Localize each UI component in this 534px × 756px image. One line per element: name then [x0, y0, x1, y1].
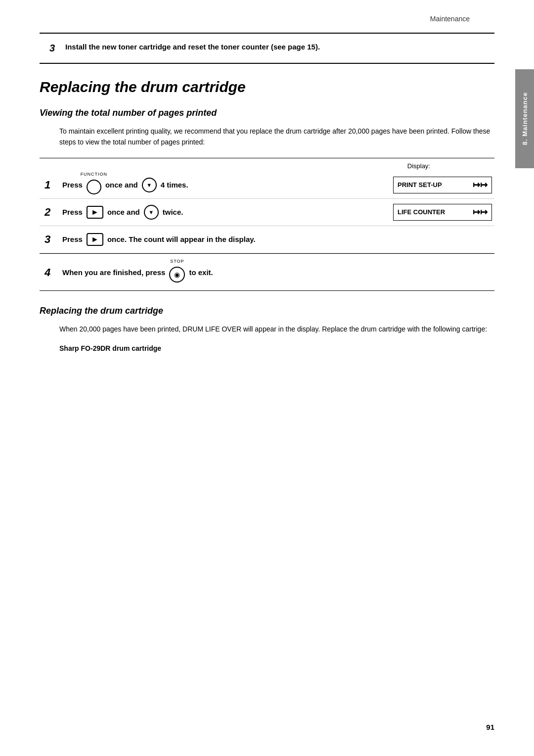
instruction-row-4-wrapper: 4 When you are finished, press STOP ◉ to…	[40, 253, 494, 290]
stop-button[interactable]: ◉	[169, 267, 185, 283]
instruction-row-4: 4 When you are finished, press STOP ◉ to…	[40, 258, 494, 287]
subsection1-title: Viewing the total number of pages printe…	[40, 108, 494, 118]
step-number-4: 4	[44, 266, 58, 279]
up-arrow-button-1[interactable]: ▼	[142, 178, 157, 192]
instruction-row-3: 3 Press ► once. The count will appear in…	[40, 226, 494, 253]
toner-step-text: Install the new toner cartridge and rese…	[65, 43, 320, 51]
up-arrow-icon-1: ▼	[146, 182, 152, 188]
toner-step: 3 Install the new toner cartridge and re…	[49, 43, 485, 54]
text-4b: to exit.	[189, 268, 213, 277]
press-3: Press	[62, 235, 83, 243]
toner-box: 3 Install the new toner cartridge and re…	[40, 33, 494, 64]
stop-btn-wrapper: STOP ◉	[169, 267, 185, 283]
page-container: 8. Maintenance Maintenance 3 Install the…	[0, 0, 534, 756]
display-arrow-1: ↦↦	[473, 180, 488, 190]
text-3: once. The count will appear in the displ…	[107, 235, 256, 243]
instruction-left-3: 3 Press ► once. The count will appear in…	[40, 233, 494, 246]
display-header: Display:	[40, 158, 494, 172]
header-maintenance-label: Maintenance	[430, 15, 470, 23]
arrow-button-3[interactable]: ►	[87, 233, 103, 246]
btn-wrapper-function: FUNCTION	[87, 180, 101, 194]
subsection2-title: Replacing the drum cartridge	[40, 306, 494, 316]
side-tab-label: 8. Maintenance	[521, 92, 529, 145]
header-area: Maintenance	[0, 0, 534, 23]
instruction-left-1: 1 Press FUNCTION once and ▼ 4 times.	[40, 176, 393, 194]
once-1: once and	[105, 181, 138, 189]
up-arrow-icon-2: ▼	[148, 209, 154, 215]
text-4a: When you are finished, press	[62, 268, 165, 277]
step-number-2: 2	[44, 206, 58, 219]
instruction-row-1: 1 Press FUNCTION once and ▼ 4 times. PRI…	[40, 172, 494, 199]
display-label: Display:	[407, 162, 430, 170]
side-tab: 8. Maintenance	[515, 69, 534, 168]
function-label: FUNCTION	[81, 172, 108, 177]
step-number-1: 1	[44, 179, 58, 191]
press-2: Press	[62, 208, 83, 216]
main-title: Replacing the drum cartridge	[40, 79, 494, 95]
display-text-1: PRINT SET-UP	[398, 181, 442, 189]
times-2: twice.	[163, 208, 183, 216]
instructions-box: Display: 1 Press FUNCTION once and ▼ 4 t…	[40, 158, 494, 291]
display-text-2: LIFE COUNTER	[398, 208, 445, 216]
once-2: once and	[107, 208, 140, 216]
times-1: 4 times.	[161, 181, 188, 189]
cartridge-name: Sharp FO-29DR drum cartridge	[40, 344, 494, 352]
up-arrow-button-2[interactable]: ▼	[144, 205, 159, 220]
instruction-left-2: 2 Press ► once and ▼ twice.	[40, 205, 393, 220]
display-arrow-2: ↦↦	[473, 207, 488, 218]
display-box-1: PRINT SET-UP ↦↦	[393, 177, 492, 193]
function-button[interactable]	[87, 180, 101, 194]
toner-step-number: 3	[49, 43, 59, 54]
press-1: Press	[62, 181, 83, 189]
replacing-section: Replacing the drum cartridge When 20,000…	[40, 306, 494, 352]
main-content: Replacing the drum cartridge Viewing the…	[0, 79, 534, 352]
arrow-button-2[interactable]: ►	[87, 206, 103, 219]
page-number: 91	[486, 723, 494, 731]
instruction-row-2: 2 Press ► once and ▼ twice. LIFE COUNTER…	[40, 199, 494, 226]
display-box-2: LIFE COUNTER ↦↦	[393, 204, 492, 221]
subsection1-body: To maintain excellent printing quality, …	[40, 126, 494, 148]
step-number-3: 3	[44, 233, 58, 246]
subsection2-body: When 20,000 pages have been printed, DRU…	[40, 324, 494, 334]
stop-label: STOP	[170, 259, 184, 264]
